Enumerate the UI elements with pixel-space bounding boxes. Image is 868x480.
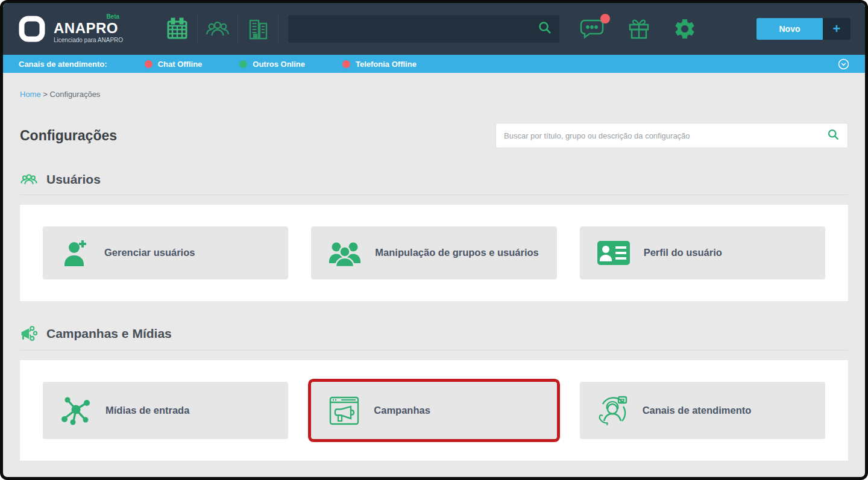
support-agent-icon [597,394,629,427]
breadcrumb-current: Configurações [50,90,101,99]
chat-icon[interactable] [580,17,605,40]
card-manipulacao-grupos[interactable]: Manipulação de grupos e usuários [311,226,556,279]
divider [20,195,848,195]
card-label: Manipulação de grupos e usuários [375,246,538,259]
id-card-icon [597,240,631,266]
license-text: Licenciado para ANAPRO [54,37,123,44]
users-group-icon [20,172,38,187]
card-label: Canais de atendimento [643,404,752,417]
main-content: Home > Configurações Configurações [3,90,865,461]
global-search [288,15,559,43]
breadcrumb-separator: > [43,90,48,99]
novo-button-group: Novo + [756,18,851,40]
card-midias-entrada[interactable]: Mídias de entrada [43,382,288,439]
brand-name: ANAPRO [54,20,123,36]
card-label: Campanhas [374,404,430,417]
search-icon[interactable] [827,128,840,143]
cards-panel: Mídias de entrada [20,360,848,461]
settings-search-input[interactable] [504,131,827,140]
status-chat: Chat Offline [145,60,203,69]
gear-icon[interactable] [673,17,697,41]
network-icon [60,394,92,427]
card-gerenciar-usuarios[interactable]: Gerenciar usuários [43,226,288,279]
status-dot-red [145,60,153,68]
status-outros: Outros Online [239,60,305,69]
card-label: Gerenciar usuários [104,246,195,259]
search-icon[interactable] [538,20,552,37]
app-window: Beta ANAPRO Licenciado para ANAPRO [0,0,868,480]
users-icon[interactable] [198,12,237,46]
navbar-left-icons [157,12,278,46]
section-usuarios: Usuários Gerenciar usuários [20,172,848,301]
breadcrumb-home-link[interactable]: Home [20,90,41,99]
cards-panel: Gerenciar usuários Manipulação de [20,205,848,301]
megaphone-window-icon [328,394,360,427]
card-perfil-usuario[interactable]: Perfil do usuário [580,226,825,279]
calendar-icon[interactable] [157,12,197,46]
divider [20,350,848,351]
card-canais-atendimento[interactable]: Canais de atendimento [580,382,825,439]
card-campanhas[interactable]: Campanhas [311,382,556,439]
section-title: Usuários [46,172,101,187]
card-label: Mídias de entrada [105,404,189,417]
section-header: Usuários [20,172,848,187]
novo-plus-button[interactable]: + [823,18,851,40]
status-telefonia: Telefonia Offline [342,60,417,69]
user-plus-icon [60,238,91,268]
anapro-logo-icon [17,14,46,43]
status-label: Telefonia Offline [356,60,417,69]
status-label: Outros Online [253,60,305,69]
channels-status-bar: Canais de atendimento: Chat Offline Outr… [3,55,865,73]
status-label: Chat Offline [158,60,203,69]
status-bar-label: Canais de atendimento: [19,60,107,69]
global-search-input[interactable] [295,24,538,34]
settings-search [495,123,848,148]
navbar-right-icons [580,17,697,41]
section-title: Campanhas e Mídias [46,326,172,341]
building-icon[interactable] [238,12,278,46]
campaigns-media-icon [20,325,38,342]
card-label: Perfil do usuário [644,246,722,259]
chevron-circle-icon[interactable] [838,58,849,70]
notification-badge [600,14,610,23]
novo-button[interactable]: Novo [756,18,823,40]
breadcrumb: Home > Configurações [20,90,848,99]
users-solid-icon [328,238,362,267]
title-row: Configurações [20,123,848,148]
gift-icon[interactable] [627,17,651,41]
section-header: Campanhas e Mídias [20,325,848,342]
divider [278,15,278,43]
status-dot-red [342,60,350,68]
section-campanhas-midias: Campanhas e Mídias [20,325,848,461]
anapro-logo[interactable]: Beta ANAPRO Licenciado para ANAPRO [17,14,157,43]
status-dot-green [239,60,247,68]
top-navbar: Beta ANAPRO Licenciado para ANAPRO [3,3,865,55]
page-title: Configurações [20,128,117,144]
